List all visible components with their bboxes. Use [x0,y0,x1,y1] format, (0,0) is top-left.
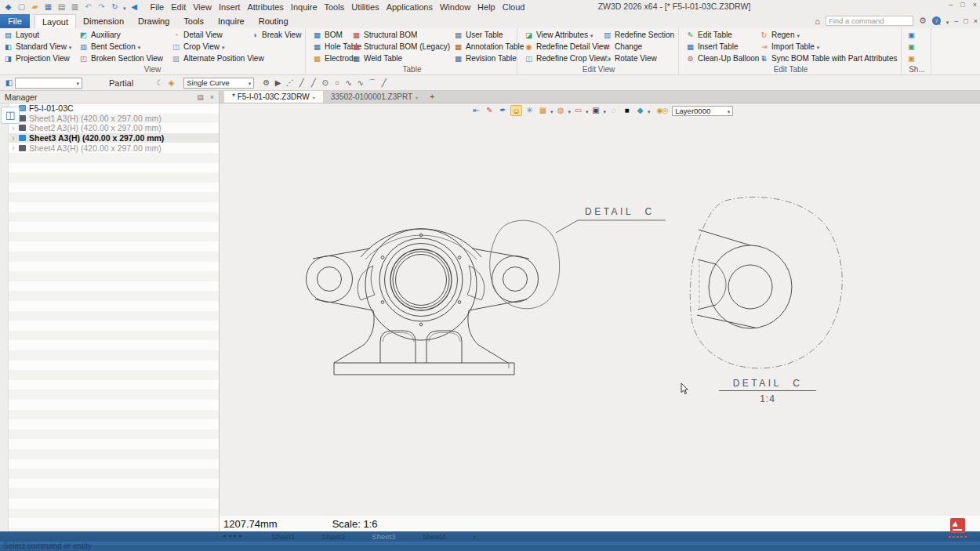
menu-applications[interactable]: Applications [387,2,433,12]
add-sheet-button[interactable]: + [473,532,477,541]
ribbon-item-view-attributes[interactable]: ◪View Attributes [524,29,611,41]
arc-tool-icon[interactable]: ⌒ [366,78,378,89]
back-icon[interactable]: ◀ [129,1,140,13]
detail-view-title[interactable]: DETAIL C [719,378,816,391]
line-tool-icon[interactable]: ╱ [296,78,307,87]
ribbon-item-clean-up-balloon[interactable]: ⊚Clean-Up Balloon [685,53,764,64]
ribbon-item-change[interactable]: ⇄Change [602,41,674,53]
play-icon[interactable]: ▶ [272,78,284,87]
tree-item-sheet2[interactable]: Sheet2 A3(H) (420.00 x 297.00 mm) [9,123,219,133]
circle-center-tool-icon[interactable]: ⊙ [319,78,331,87]
doc-tab-drawing[interactable]: * F5-I-01-03C.Z3DRW [224,91,323,103]
tab-routing[interactable]: Routing [252,14,296,28]
menu-window[interactable]: Window [440,2,470,12]
sheet-nav-icons[interactable]: ◂◂▸▸ [223,532,245,541]
drawing-canvas[interactable]: ⇤ ✎ ✒ ☺ ✳ ▦ ◍ ▭ ▣ ◌ ■ ◆ ◉◎ Layer0000 [220,103,980,516]
new-doc-tab-button[interactable]: + [426,91,438,103]
ribbon-item-alternate-position-view[interactable]: ▨Alternate Position View [171,53,264,64]
ribbon-item-sync-bom-table[interactable]: ⇅Sync BOM Table with Part Attributes [759,53,897,64]
file-tab-button[interactable]: File [0,14,30,28]
sheet-browser-icon[interactable]: ◫ [1,107,20,124]
ribbon-item-broken-section-view[interactable]: ◰Broken Section View [78,53,163,64]
ribbon-item-user-table[interactable]: ▦User Table [453,29,524,41]
ribbon-item-structural-bom-legacy[interactable]: ▦Structural BOM (Legacy) [351,41,450,53]
menu-tools[interactable]: Tools [325,2,345,12]
ribbon-item-redefine-section[interactable]: ▥Redefine Section [602,29,674,41]
open-file-icon[interactable]: ▰ [30,1,40,13]
tree-item-sheet3-active[interactable]: Sheet3 A3(H) (420.00 x 297.00 mm) [9,133,219,143]
ribbon-item-structural-bom[interactable]: ▦Structural BOM [351,29,450,41]
restore-icon[interactable] [960,1,964,9]
expand-icon[interactable] [9,124,17,132]
ribbon-item-sheet-2[interactable]: ▣ [906,41,916,53]
menu-file[interactable]: File [151,2,165,12]
style-tool-icon[interactable]: ◈ [165,78,177,87]
gear-pointer-icon[interactable]: ⚙ [260,78,272,87]
ribbon-item-rotate-view[interactable]: ↻Rotate View [602,53,674,64]
ribbon-item-import-table[interactable]: ⇥Import Table [759,41,897,53]
regen-icon[interactable]: ↻ [110,1,120,13]
minimize-icon[interactable] [949,1,953,9]
redo-icon[interactable]: ↷ [96,1,107,13]
ribbon-item-break-view[interactable]: ◑Break View [249,29,301,41]
sheet-tab-1[interactable]: Sheet1 [271,532,295,541]
plot-icon[interactable]: ▥ [70,1,80,13]
ribbon-item-annotation-table[interactable]: ▦Annotation Table [453,41,524,53]
ribbon-item-regen[interactable]: ↻Regen [759,29,897,41]
menu-view[interactable]: View [193,2,212,12]
sheet-tab-3[interactable]: Sheet3 [372,532,395,541]
tree-item-sheet1[interactable]: Sheet1 A3(H) (420.00 x 297.00 mm) [9,114,219,124]
tab-dimension[interactable]: Dimension [76,14,131,28]
find-command-box[interactable] [826,16,913,26]
undo-icon[interactable]: ↶ [83,1,93,13]
curve-type-combo[interactable]: Single Curve [183,78,254,89]
ribbon-item-projection-view[interactable]: ◨Projection View [3,53,71,64]
sheet-tab-2[interactable]: Sheet2 [321,532,345,541]
menu-inquire[interactable]: Inquire [291,2,318,12]
preset-combo[interactable] [15,78,82,89]
ribbon-item-layout[interactable]: ▤Layout [3,29,71,41]
print-icon[interactable]: ▤ [56,1,67,13]
ribbon-item-bent-section[interactable]: ▥Bent Section [78,41,163,53]
detail-callout-label[interactable]: DETAIL C [585,206,655,217]
polyline-tool-icon[interactable]: ╱ [307,78,319,87]
save-icon[interactable]: ▦ [43,1,53,13]
expand-icon[interactable] [9,134,17,143]
ribbon-item-revision-table[interactable]: ▦Revision Table [453,53,524,64]
detail-view-scale[interactable]: 1:4 [719,393,816,404]
mdi-close-icon[interactable] [974,17,978,25]
tab-tools[interactable]: Tools [176,14,211,28]
line2-tool-icon[interactable]: ╱ [378,78,390,87]
tab-layout[interactable]: Layout [34,14,76,28]
ribbon-item-redefine-detail-view[interactable]: ◉Redefine Detail View [524,41,611,53]
tab-drawing[interactable]: Drawing [131,14,176,28]
circle-tool-icon[interactable]: ○ [331,78,343,87]
close-icon[interactable] [973,1,977,9]
menu-edit[interactable]: Edit [171,2,186,12]
menu-attributes[interactable]: Attributes [247,2,283,12]
menu-insert[interactable]: Insert [219,2,241,12]
tree-root-item[interactable]: F5-I-01-03C [9,103,219,114]
new-file-icon[interactable]: ▢ [16,1,27,13]
curve-tool-icon[interactable]: ∿ [354,78,366,87]
mdi-minimize-icon[interactable] [954,17,958,25]
expand-icon[interactable] [9,143,17,152]
ribbon-item-standard-view[interactable]: ◧Standard View [3,41,71,53]
spline-tool-icon[interactable]: ∿ [343,78,354,87]
tree-item-sheet4[interactable]: Sheet4 A3(H) (420.00 x 297.00 mm) [9,143,219,153]
menu-help[interactable]: Help [477,2,495,12]
manager-close-icon[interactable] [210,93,214,101]
ribbon-item-redefine-crop-view[interactable]: ◫Redefine Crop View [524,53,611,64]
sheet-tab-4[interactable]: Sheet4 [422,532,445,541]
menu-utilities[interactable]: Utilities [351,2,379,12]
qat-dropdown-icon[interactable] [123,2,126,12]
ribbon-item-insert-table[interactable]: ▦Insert Table [685,41,764,53]
ribbon-item-auxiliary[interactable]: ◩Auxiliary [78,29,163,41]
ribbon-item-weld-table[interactable]: ▦Weld Table [351,53,450,64]
manager-pin-icon[interactable] [197,93,204,101]
ribbon-item-crop-view[interactable]: ◫Crop View [171,41,264,53]
settings-gear-icon[interactable] [919,16,927,26]
help-dropdown-icon[interactable] [946,16,949,26]
ribbon-item-sheet-1[interactable]: ▣ [906,29,916,41]
snap-points-icon[interactable]: ⋰ [284,78,296,87]
